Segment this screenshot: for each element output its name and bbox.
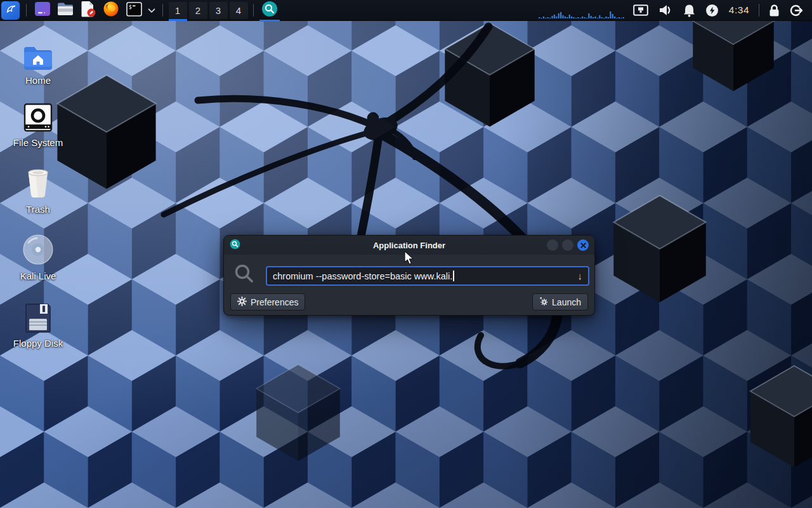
trash-can-icon bbox=[25, 167, 51, 199]
desktop-icon-trash[interactable]: Trash bbox=[5, 167, 71, 215]
chevron-down-icon[interactable] bbox=[148, 4, 155, 16]
preferences-button[interactable]: Preferences bbox=[230, 293, 305, 311]
firefox-launcher[interactable] bbox=[102, 1, 121, 20]
panel-separator bbox=[26, 4, 27, 17]
file-system-drive-icon bbox=[23, 100, 53, 132]
screen-lock-icon[interactable] bbox=[769, 4, 780, 17]
launch-run-icon bbox=[539, 297, 548, 307]
terminal-icon: $ bbox=[126, 2, 142, 19]
close-icon bbox=[580, 243, 586, 248]
panel-separator bbox=[759, 4, 759, 17]
desktop-icon-label: Home bbox=[25, 75, 51, 86]
power-manager-icon[interactable] bbox=[705, 4, 719, 17]
desktop-root: $ 1 2 3 4 bbox=[0, 0, 812, 508]
search-input[interactable]: chromium --password-store=basic www.kali… bbox=[266, 266, 589, 286]
gear-icon bbox=[237, 297, 247, 308]
svg-text:$: $ bbox=[129, 4, 132, 10]
workspace-3-label: 3 bbox=[216, 5, 221, 16]
desktop-icon-label: Kali Live bbox=[20, 271, 56, 281]
close-button[interactable] bbox=[577, 239, 589, 251]
home-folder-icon bbox=[23, 38, 53, 70]
network-monitor-graph[interactable] bbox=[539, 1, 625, 20]
text-caret bbox=[453, 271, 454, 281]
top-panel: $ 1 2 3 4 bbox=[0, 0, 812, 21]
file-manager-launcher[interactable] bbox=[56, 1, 75, 20]
launch-button[interactable]: Launch bbox=[532, 293, 588, 311]
terminal-emulator-icon bbox=[34, 1, 51, 20]
terminal-emulator-launcher[interactable] bbox=[33, 1, 52, 20]
window-app-icon bbox=[230, 239, 240, 252]
desktop-icon-floppy-disk[interactable]: Floppy Disk bbox=[5, 301, 71, 349]
desktop-icon-label: Trash bbox=[26, 204, 50, 215]
floppy-disk-icon bbox=[24, 301, 52, 333]
panel-left: $ 1 2 3 4 bbox=[0, 0, 281, 20]
notifications-bell-icon[interactable] bbox=[683, 4, 695, 17]
volume-icon[interactable] bbox=[658, 4, 673, 17]
desktop-icon-home[interactable]: Home bbox=[5, 38, 71, 86]
workspace-1-label: 1 bbox=[175, 5, 180, 16]
panel-separator bbox=[162, 4, 163, 17]
terminal-dropdown-launcher[interactable]: $ bbox=[124, 1, 143, 20]
workspace-4-label: 4 bbox=[236, 5, 241, 16]
minimize-button[interactable] bbox=[547, 239, 558, 251]
window-title: Application Finder bbox=[224, 241, 594, 250]
mouse-cursor bbox=[403, 250, 416, 269]
text-editor-icon bbox=[81, 1, 96, 20]
search-icon bbox=[234, 264, 254, 286]
workspace-2-label: 2 bbox=[195, 5, 200, 16]
applications-menu-button[interactable] bbox=[1, 1, 20, 20]
desktop-icon-kali-live[interactable]: Kali Live bbox=[5, 234, 71, 281]
application-finder-taskbar-button[interactable] bbox=[259, 1, 280, 20]
launch-button-label: Launch bbox=[552, 297, 581, 307]
desktop-icon-file-system[interactable]: File System bbox=[5, 100, 71, 148]
clock[interactable]: 4:34 bbox=[729, 4, 749, 16]
file-manager-icon bbox=[57, 1, 74, 19]
firefox-icon bbox=[103, 1, 119, 20]
workspace-2[interactable]: 2 bbox=[189, 2, 207, 19]
optical-disc-icon bbox=[22, 234, 54, 265]
workspace-3[interactable]: 3 bbox=[209, 2, 228, 19]
ethernet-icon[interactable] bbox=[633, 4, 648, 16]
maximize-button[interactable] bbox=[562, 239, 573, 251]
dropdown-arrow-icon[interactable]: ↓ bbox=[578, 271, 583, 281]
application-finder-icon bbox=[261, 1, 278, 20]
text-editor-launcher[interactable] bbox=[79, 1, 98, 20]
kali-logo-icon bbox=[4, 2, 18, 18]
workspace-4[interactable]: 4 bbox=[230, 2, 248, 19]
logout-icon[interactable] bbox=[790, 4, 803, 17]
workspace-1[interactable]: 1 bbox=[169, 2, 187, 19]
desktop-icon-label: File System bbox=[13, 137, 63, 148]
panel-right: 4:34 bbox=[536, 0, 812, 20]
search-input-value: chromium --password-store=basic www.kali… bbox=[273, 271, 452, 281]
preferences-button-label: Preferences bbox=[251, 297, 298, 307]
application-finder-window: Application Finder chromium --password-s… bbox=[223, 235, 595, 316]
panel-separator bbox=[253, 4, 254, 17]
desktop-icon-label: Floppy Disk bbox=[13, 338, 63, 349]
